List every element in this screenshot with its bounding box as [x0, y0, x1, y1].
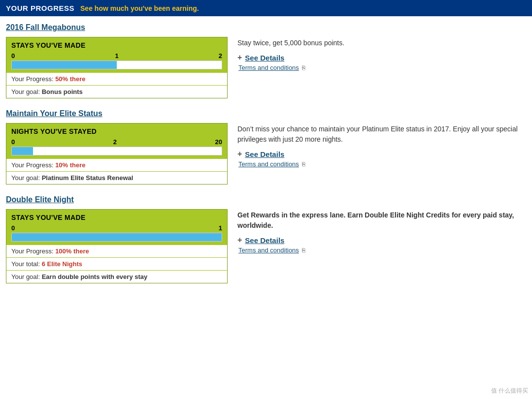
- terms-icon-3: ⎘: [302, 247, 305, 254]
- goal-label-3: Your total:: [11, 260, 40, 268]
- progress-label-3: Your Progress:: [11, 247, 54, 255]
- terms-icon-1: ⎘: [302, 64, 305, 71]
- scale-start-3: 0: [11, 224, 15, 232]
- extra-goal-label-3: Your goal:: [11, 273, 40, 280]
- scale-end-3: 1: [219, 224, 222, 232]
- progress-label-2: Your Progress:: [11, 161, 54, 169]
- page-title: YOUR PROGRESS: [6, 4, 74, 12]
- goal-info-2: Your goal: Platinum Elite Status Renewal: [6, 171, 227, 184]
- terms-row-1: Terms and conditions ⎘: [238, 64, 526, 71]
- section-megabonus-title[interactable]: 2016 Fall Megabonus: [6, 23, 85, 32]
- scale-start-2: 0: [11, 138, 15, 146]
- terms-icon-2: ⎘: [302, 161, 305, 168]
- scale-start-1: 0: [11, 52, 15, 60]
- progress-info-3: Your Progress: 100% there: [6, 245, 227, 257]
- see-details-row-1: + See Details: [237, 53, 526, 62]
- description-1: Stay twice, get 5,000 bonus points.: [237, 38, 526, 48]
- terms-link-1[interactable]: Terms and conditions: [238, 64, 299, 71]
- goal-label-1: Your goal:: [11, 88, 40, 95]
- see-details-link-3[interactable]: See Details: [245, 236, 284, 245]
- right-panel-2: Don’t miss your chance to maintain your …: [237, 123, 526, 168]
- right-panel-1: Stay twice, get 5,000 bonus points. + Se…: [237, 37, 526, 71]
- section-elite-status-body: NIGHTS YOU'VE STAYED 0 2 20 Your Progres…: [6, 123, 526, 184]
- progress-box-1-header: STAYS YOU'VE MADE: [6, 37, 227, 51]
- terms-row-3: Terms and conditions ⎘: [238, 246, 526, 254]
- page-subtitle: See how much you've been earning.: [80, 4, 199, 12]
- progress-bar-fill-2: [12, 147, 33, 155]
- progress-info-2: Your Progress: 10% there: [6, 158, 227, 171]
- progress-bar-container-1: [11, 61, 222, 69]
- extra-goal-info-3: Your goal: Earn double points with every…: [6, 270, 227, 283]
- progress-scale-3: 0 1: [6, 223, 227, 233]
- see-details-link-1[interactable]: See Details: [245, 54, 284, 62]
- section-elite-status-title[interactable]: Maintain Your Elite Status: [6, 109, 102, 118]
- progress-box-2: NIGHTS YOU'VE STAYED 0 2 20 Your Progres…: [6, 123, 228, 184]
- progress-box-2-header: NIGHTS YOU'VE STAYED: [6, 123, 227, 137]
- description-3: Get Rewards in the express lane. Earn Do…: [237, 210, 526, 231]
- section-megabonus-body: STAYS YOU'VE MADE 0 1 2 Your Progress: 5…: [6, 37, 526, 98]
- scale-mid-2: 2: [113, 138, 117, 146]
- scale-end-2: 20: [215, 138, 222, 146]
- scale-mid-1: 1: [115, 52, 118, 60]
- progress-scale-2: 0 2 20: [6, 137, 227, 147]
- goal-value-2: Platinum Elite Status Renewal: [42, 174, 133, 182]
- terms-row-2: Terms and conditions ⎘: [238, 160, 526, 168]
- see-details-row-2: + See Details: [237, 150, 526, 158]
- progress-info-1: Your Progress: 50% there: [6, 72, 227, 85]
- progress-bar-container-3: [11, 233, 222, 242]
- progress-label-1: Your Progress:: [11, 75, 54, 83]
- terms-link-3[interactable]: Terms and conditions: [238, 246, 299, 254]
- scale-end-1: 2: [219, 52, 222, 60]
- progress-box-1: STAYS YOU'VE MADE 0 1 2 Your Progress: 5…: [6, 37, 228, 98]
- goal-value-1: Bonus points: [42, 88, 83, 95]
- plus-icon-2[interactable]: +: [237, 150, 242, 158]
- extra-goal-value-3: Earn double points with every stay: [42, 273, 148, 280]
- section-double-elite-body: STAYS YOU'VE MADE 0 1 Your Progress: 100…: [6, 209, 526, 283]
- total-info-3: Your total: 6 Elite Nights: [6, 257, 227, 270]
- plus-icon-3[interactable]: +: [237, 236, 242, 245]
- goal-value-3: 6 Elite Nights: [42, 260, 82, 268]
- progress-value-1: 50% there: [55, 75, 85, 83]
- section-elite-status: Maintain Your Elite Status NIGHTS YOU'VE…: [6, 109, 526, 184]
- description-3-text: Get Rewards in the express lane. Earn Do…: [237, 211, 514, 229]
- progress-value-3: 100% there: [55, 247, 89, 255]
- section-double-elite: Double Elite Night STAYS YOU'VE MADE 0 1…: [6, 195, 526, 283]
- section-megabonus: 2016 Fall Megabonus STAYS YOU'VE MADE 0 …: [6, 23, 526, 98]
- goal-info-1: Your goal: Bonus points: [6, 85, 227, 98]
- goal-label-2: Your goal:: [11, 174, 40, 182]
- description-2: Don’t miss your chance to maintain your …: [237, 124, 526, 145]
- see-details-link-2[interactable]: See Details: [245, 150, 284, 158]
- progress-value-2: 10% there: [55, 161, 85, 169]
- progress-bar-container-2: [11, 147, 222, 155]
- progress-bar-fill-1: [12, 61, 117, 69]
- right-panel-3: Get Rewards in the express lane. Earn Do…: [237, 209, 526, 254]
- progress-scale-1: 0 1 2: [6, 51, 227, 61]
- section-double-elite-title[interactable]: Double Elite Night: [6, 195, 74, 204]
- see-details-row-3: + See Details: [237, 236, 526, 245]
- plus-icon-1[interactable]: +: [237, 53, 242, 62]
- progress-box-3-header: STAYS YOU'VE MADE: [6, 210, 227, 223]
- progress-box-3: STAYS YOU'VE MADE 0 1 Your Progress: 100…: [6, 209, 228, 283]
- main-content: 2016 Fall Megabonus STAYS YOU'VE MADE 0 …: [0, 16, 532, 301]
- header-bar: YOUR PROGRESS See how much you've been e…: [0, 0, 532, 16]
- progress-bar-fill-3: [12, 233, 222, 241]
- terms-link-2[interactable]: Terms and conditions: [238, 160, 299, 168]
